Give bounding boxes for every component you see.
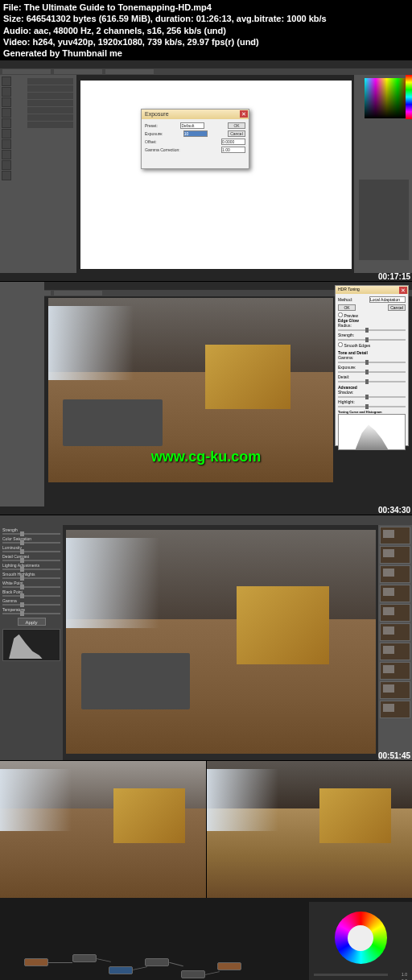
node[interactable] xyxy=(72,954,97,962)
exposure-dialog: Exposure ✕ Preset: Default OK Exposure: … xyxy=(141,109,249,169)
video-label: Video: xyxy=(3,37,30,47)
layer-row[interactable] xyxy=(27,85,73,92)
node[interactable] xyxy=(181,970,205,978)
blackpoint-slider[interactable] xyxy=(2,595,60,597)
gamma-slider[interactable] xyxy=(338,362,406,363)
close-button[interactable]: ✕ xyxy=(240,110,248,118)
colorcorrector-node[interactable] xyxy=(109,966,133,974)
strength-slider[interactable] xyxy=(338,339,406,341)
gamma-slider[interactable] xyxy=(2,604,60,606)
color-gradient[interactable] xyxy=(365,78,409,118)
preset-thumb[interactable] xyxy=(380,701,410,718)
method-label: Method: xyxy=(338,297,352,302)
luminosity-slider[interactable] xyxy=(2,551,60,552)
layer-row[interactable] xyxy=(27,100,73,106)
file-value: The Ultimate Guide to Tonemapping-HD.mp4 xyxy=(24,2,212,12)
preview-canvas[interactable] xyxy=(66,530,376,754)
radius-slider[interactable] xyxy=(338,329,406,331)
exposure-input[interactable]: 10 xyxy=(183,130,208,137)
toolbar[interactable] xyxy=(0,515,412,525)
gamma-input[interactable]: 1.00 xyxy=(221,147,245,153)
menubar[interactable] xyxy=(0,60,412,68)
slider-label: Strength xyxy=(2,527,60,532)
layer-row[interactable] xyxy=(27,78,73,85)
clone-tool-icon[interactable] xyxy=(2,139,11,149)
marquee-tool-icon[interactable] xyxy=(2,87,11,97)
eraser-tool-icon[interactable] xyxy=(2,150,11,159)
highlights-slider[interactable] xyxy=(2,577,60,579)
detail-slider[interactable] xyxy=(338,381,406,382)
left-panel xyxy=(0,282,44,507)
lasso-tool-icon[interactable] xyxy=(2,97,11,107)
histogram-curve[interactable] xyxy=(338,414,406,450)
viewer-a[interactable] xyxy=(0,761,206,898)
layer-row[interactable] xyxy=(27,107,73,114)
highlight-slider[interactable] xyxy=(338,406,406,407)
tab[interactable] xyxy=(54,69,102,74)
whitepoint-slider[interactable] xyxy=(2,586,60,588)
preset-thumb[interactable] xyxy=(380,643,410,660)
apply-button[interactable]: Apply xyxy=(18,618,46,626)
tab[interactable] xyxy=(105,69,154,74)
eyedropper-tool-icon[interactable] xyxy=(2,118,11,128)
preset-thumb[interactable] xyxy=(380,546,410,564)
saver-node[interactable] xyxy=(217,962,241,970)
contrast-slider[interactable] xyxy=(2,560,60,561)
layer-row[interactable] xyxy=(27,93,73,99)
param-value[interactable]: 1.0 xyxy=(389,972,407,977)
ok-button[interactable]: OK xyxy=(338,304,356,311)
slider-label: Gamma xyxy=(2,598,60,603)
preset-thumb[interactable] xyxy=(380,662,410,680)
param-slider[interactable] xyxy=(314,974,388,976)
hue-strip[interactable] xyxy=(406,75,412,119)
color-picker[interactable] xyxy=(365,78,409,118)
color-wheel[interactable] xyxy=(335,912,387,964)
inspector-panel: 1.0 0.0 0.5 1.0 xyxy=(309,902,412,980)
layer-row[interactable] xyxy=(27,114,73,121)
saturation-slider[interactable] xyxy=(2,542,60,544)
brush-tool-icon[interactable] xyxy=(2,129,11,139)
detail-label: Detail: xyxy=(338,374,349,379)
gradient-tool-icon[interactable] xyxy=(2,160,11,170)
exposure-slider[interactable] xyxy=(338,371,406,373)
strength-slider[interactable] xyxy=(2,533,60,535)
tab[interactable] xyxy=(54,291,102,296)
lighting-slider[interactable] xyxy=(2,569,60,570)
audio-label: Audio: xyxy=(3,26,31,35)
preset-thumb[interactable] xyxy=(380,623,410,641)
layer-row[interactable] xyxy=(27,122,73,128)
document-tabs[interactable] xyxy=(0,68,412,75)
preset-thumb[interactable] xyxy=(380,585,410,602)
temperature-slider[interactable] xyxy=(2,613,60,614)
node[interactable] xyxy=(145,958,169,966)
text-tool-icon[interactable] xyxy=(2,171,11,180)
cancel-button[interactable]: Cancel xyxy=(228,130,245,137)
dialog-titlebar[interactable]: HDR Toning ✕ xyxy=(336,286,408,294)
node-graph[interactable] xyxy=(0,910,307,980)
preview-checkbox[interactable] xyxy=(338,312,343,317)
presets-panel xyxy=(378,525,412,760)
loader-node[interactable] xyxy=(24,958,48,966)
move-tool-icon[interactable] xyxy=(2,76,11,86)
method-select[interactable]: Local Adaptation xyxy=(369,296,406,303)
close-button[interactable]: ✕ xyxy=(399,287,407,294)
dialog-body: Preset: Default OK Exposure: 10 Cancel O… xyxy=(142,119,249,158)
dialog-titlebar[interactable]: Exposure ✕ xyxy=(142,110,249,119)
preset-select[interactable]: Default xyxy=(180,122,204,129)
preset-thumb[interactable] xyxy=(380,681,410,699)
preset-thumb[interactable] xyxy=(380,565,410,583)
timestamp: 00:34:30 xyxy=(378,506,410,515)
crop-tool-icon[interactable] xyxy=(2,108,11,118)
smooth-checkbox[interactable] xyxy=(338,342,343,347)
preset-thumb[interactable] xyxy=(380,527,410,544)
shadow-slider[interactable] xyxy=(338,396,406,398)
offset-input[interactable]: 0.0000 xyxy=(221,139,245,145)
ok-button[interactable]: OK xyxy=(228,122,245,129)
viewer-b[interactable] xyxy=(207,761,413,898)
gold-wall xyxy=(205,345,290,409)
cancel-button[interactable]: Cancel xyxy=(388,304,406,311)
connection xyxy=(205,972,220,976)
tab[interactable] xyxy=(2,69,51,74)
layers-panel[interactable] xyxy=(359,180,409,260)
preset-thumb[interactable] xyxy=(380,604,410,622)
